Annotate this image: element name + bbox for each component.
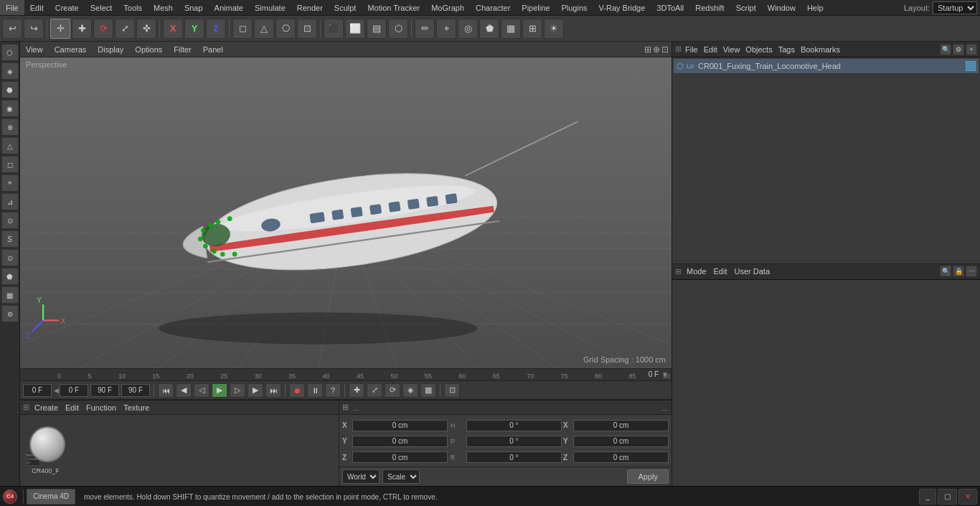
undo-button[interactable]: ↩ [2,19,22,39]
minimize-btn[interactable]: _ [919,489,936,505]
menu-pipeline[interactable]: Pipeline [516,0,555,15]
attr-dots-icon[interactable]: ⋯ [966,266,977,277]
sidebar-btn-7[interactable]: ◻ [1,156,19,173]
menu-edit[interactable]: Edit [24,0,50,15]
sidebar-btn-6[interactable]: △ [1,137,19,154]
add-icon[interactable]: + [966,44,977,55]
menu-file[interactable]: File [0,0,24,15]
menu-snap[interactable]: Snap [179,0,209,15]
sidebar-btn-13[interactable]: ⬟ [1,268,19,285]
vp-menu-filter[interactable]: Filter [171,45,194,54]
vp-menu-options[interactable]: Options [132,45,165,54]
record-btn[interactable]: ⏺ [289,383,305,398]
rt-menu-objects[interactable]: Objects [743,45,774,54]
prev-frame-btn[interactable]: ◀ [176,383,192,398]
menu-mograph[interactable]: MoGraph [425,0,470,15]
coord-z2-input[interactable] [573,451,669,463]
sidebar-btn-10[interactable]: ⊙ [1,212,19,229]
vp-menu-panel[interactable]: Panel [200,45,226,54]
axis-y[interactable]: Y [184,19,204,39]
rt-menu-view[interactable]: View [721,45,743,54]
menu-simulate[interactable]: Simulate [249,0,291,15]
coord-x-input[interactable] [352,420,448,431]
menu-create[interactable]: Create [50,0,85,15]
menu-vray[interactable]: V-Ray Bridge [593,0,651,15]
sidebar-btn-8[interactable]: ⌖ [1,174,19,192]
vp-menu-view[interactable]: View [23,45,46,54]
point-tool[interactable]: ⊡ [297,19,317,39]
sidebar-btn-3[interactable]: ⬣ [1,81,19,98]
auto-key-btn[interactable]: ⏸ [307,383,323,398]
mat-menu-create[interactable]: Create [32,403,60,412]
coord-y2-input[interactable] [573,436,669,447]
menu-tools[interactable]: Tools [118,0,148,15]
viewport[interactable]: X Y Z Perspective Grid Spacing : 1000 cm [20,57,672,368]
key-tc-btn[interactable]: ◈ [402,383,418,398]
menu-script[interactable]: Script [730,0,762,15]
paint-tool[interactable]: ⬟ [479,19,499,39]
menu-window[interactable]: Window [762,0,801,15]
scale-tc-btn[interactable]: ⤢ [367,383,382,398]
side-view-btn[interactable]: ⬜ [345,19,365,39]
world-dropdown[interactable]: World [342,469,380,484]
attr-search-icon[interactable]: 🔍 [940,266,951,277]
coord-b-input[interactable] [466,451,562,463]
camera-record-btn[interactable]: ⊞ [522,19,542,39]
taskbar-c4d-btn[interactable]: Cinema 4D [27,489,75,505]
sidebar-btn-4[interactable]: ◉ [1,100,19,117]
settings-icon[interactable]: ⚙ [953,44,964,55]
attr-menu-edit[interactable]: Edit [712,267,730,276]
select-tool[interactable]: ✛ [50,19,70,39]
poly-tool[interactable]: △ [254,19,274,39]
coord-z-input[interactable] [352,451,448,463]
coord-y-input[interactable] [352,436,448,447]
search-icon[interactable]: 🔍 [940,44,951,55]
top-view-btn[interactable]: ▤ [367,19,387,39]
sidebar-btn-9[interactable]: ⊿ [1,193,19,210]
sidebar-btn-1[interactable]: ⬡ [1,44,19,61]
attr-menu-mode[interactable]: Mode [684,267,709,276]
edge-tool[interactable]: ⎔ [275,19,296,39]
snap-btn[interactable]: ▦ [501,19,521,39]
timeline-ruler[interactable]: 0 5 10 15 20 25 30 35 40 45 50 55 60 65 … [20,368,672,381]
rt-menu-bookmarks[interactable]: Bookmarks [798,45,842,54]
preview-end-input[interactable] [121,384,150,397]
rt-menu-edit[interactable]: Edit [702,45,720,54]
draw-tool[interactable]: ✏ [415,19,435,39]
front-view-btn[interactable]: ⬛ [324,19,344,39]
axis-z[interactable]: Z [206,19,226,39]
current-frame-input[interactable] [60,384,88,397]
vp-menu-display[interactable]: Display [95,45,126,54]
menu-character[interactable]: Character [470,0,516,15]
rotate-tool[interactable]: ⟳ [93,19,113,39]
menu-mesh[interactable]: Mesh [148,0,179,15]
rotate-tc-btn[interactable]: ⟳ [385,383,400,398]
apply-button[interactable]: Apply [627,469,669,484]
go-end-btn[interactable]: ⏭ [265,383,281,398]
redo-button[interactable]: ↪ [24,19,44,39]
viewport-icon-1[interactable]: ⊞ [644,44,651,55]
coord-x2-input[interactable] [573,420,669,431]
mat-menu-function[interactable]: Function [84,403,118,412]
scale-tool[interactable]: ⤢ [115,19,135,39]
viewport-icon-3[interactable]: ⊡ [661,44,669,55]
sidebar-btn-11[interactable]: S [1,230,19,248]
object-tool[interactable]: ◻ [232,19,253,39]
sidebar-btn-5[interactable]: ⊕ [1,118,19,136]
move-tc-btn[interactable]: ✚ [349,383,364,398]
move-tool[interactable]: ✚ [72,19,92,39]
rt-menu-file[interactable]: File [683,45,700,54]
layout-select[interactable]: Startup [933,1,977,14]
sidebar-btn-2[interactable]: ◈ [1,62,19,80]
viewport-icon-2[interactable]: ⊕ [653,44,660,55]
maximize-btn[interactable]: ▢ [938,489,957,505]
help-btn[interactable]: ? [325,383,341,398]
end-frame-input[interactable] [90,384,119,397]
axis-x[interactable]: X [163,19,183,39]
menu-plugins[interactable]: Plugins [555,0,593,15]
coord-h-input[interactable] [466,420,562,431]
close-btn[interactable]: ✕ [958,489,977,505]
vp-menu-cameras[interactable]: Cameras [52,45,90,54]
next-key-btn[interactable]: ▷ [230,383,245,398]
obj-visible-toggle[interactable] [966,61,976,71]
